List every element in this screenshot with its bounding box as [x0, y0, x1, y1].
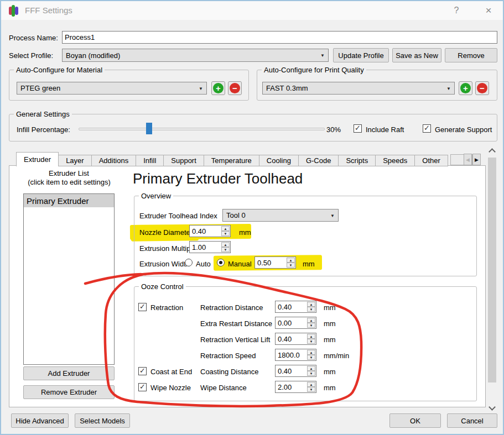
nozzle-diameter-input[interactable]: 0.40 — [189, 225, 231, 237]
update-profile-button[interactable]: Update Profile — [333, 48, 389, 62]
spin-up-icon[interactable] — [307, 382, 315, 387]
spin-down-icon[interactable] — [221, 247, 230, 252]
tab-scroll-right-button[interactable] — [472, 154, 481, 165]
spin-up-icon[interactable] — [307, 334, 315, 339]
extra-restart-distance-input[interactable]: 0.00 — [275, 317, 316, 329]
remove-extruder-button[interactable]: Remove Extruder — [23, 385, 115, 399]
plus-icon: + — [213, 83, 224, 93]
extrusion-width-label: Extrusion Width — [139, 260, 190, 268]
titlebar[interactable]: FFF Settings ? × — [1, 1, 503, 20]
tab-temperature[interactable]: Temperature — [204, 155, 259, 166]
add-quality-button[interactable]: + — [459, 81, 472, 95]
tab-support[interactable]: Support — [164, 155, 204, 166]
tab-speeds[interactable]: Speeds — [376, 155, 415, 166]
extrusion-width-auto-label: Auto — [196, 260, 211, 268]
close-button[interactable]: × — [480, 4, 497, 17]
spin-up-icon[interactable] — [307, 350, 315, 355]
spin-down-icon[interactable] — [287, 263, 295, 268]
extra-restart-distance-value: 0.00 — [278, 319, 292, 327]
dropdown-arrow-icon — [320, 53, 325, 58]
spin-down-icon[interactable] — [307, 323, 315, 328]
minus-icon: − — [477, 83, 487, 93]
tab-scroll-left-button[interactable] — [464, 154, 472, 165]
hide-advanced-button[interactable]: Hide Advanced — [11, 413, 69, 428]
infill-slider[interactable] — [79, 128, 325, 130]
tab-bar: Extruder Layer Additions Infill Support … — [16, 152, 448, 166]
coasting-distance-value: 0.40 — [278, 367, 292, 375]
coast-at-end-checkbox[interactable] — [138, 367, 147, 375]
extruder-listbox[interactable]: Primary Extruder — [23, 193, 115, 365]
coasting-distance-unit: mm — [324, 368, 336, 376]
ooze-control-title: Ooze Control — [139, 282, 186, 291]
spin-down-icon[interactable] — [307, 387, 315, 392]
tab-extruder[interactable]: Extruder — [16, 152, 59, 166]
remove-profile-button[interactable]: Remove — [445, 48, 497, 62]
coast-at-end-label: Coast at End — [150, 368, 192, 376]
spin-down-icon[interactable] — [307, 355, 315, 360]
quality-select[interactable]: FAST 0.3mm — [262, 82, 455, 95]
infill-slider-handle[interactable] — [146, 123, 152, 134]
infill-percentage-label: Infill Percentage: — [17, 125, 70, 134]
wipe-nozzle-checkbox[interactable] — [138, 383, 147, 391]
spin-up-icon[interactable] — [221, 226, 230, 231]
add-extruder-button[interactable]: Add Extruder — [23, 366, 115, 380]
retraction-speed-value: 1800.0 — [278, 351, 300, 359]
add-material-button[interactable]: + — [211, 81, 225, 95]
spin-up-icon[interactable] — [307, 302, 315, 307]
tab-other[interactable]: Other — [415, 155, 448, 166]
list-item-primary-extruder[interactable]: Primary Extruder — [24, 194, 114, 207]
fff-settings-dialog: FFF Settings ? × Process Name: Select Pr… — [0, 0, 504, 435]
tab-gcode[interactable]: G-Code — [299, 155, 339, 166]
retraction-distance-input[interactable]: 0.40 — [275, 301, 316, 313]
simplify3d-logo-icon — [9, 5, 21, 17]
retraction-vertical-lift-input[interactable]: 0.40 — [275, 333, 316, 345]
save-as-new-button[interactable]: Save as New — [392, 48, 441, 62]
spin-up-icon[interactable] — [221, 242, 230, 247]
material-select[interactable]: PTEG green — [17, 82, 207, 95]
tab-layer[interactable]: Layer — [59, 155, 92, 166]
profile-select[interactable]: Boyan (modified) — [62, 49, 329, 62]
spin-down-icon[interactable] — [307, 339, 315, 344]
tab-scripts[interactable]: Scripts — [339, 155, 376, 166]
help-button[interactable]: ? — [448, 4, 465, 17]
select-models-button[interactable]: Select Models — [75, 413, 130, 428]
retraction-distance-unit: mm — [324, 303, 336, 312]
minus-icon: − — [230, 83, 240, 93]
spin-down-icon[interactable] — [307, 307, 315, 312]
cancel-button[interactable]: Cancel — [447, 413, 497, 428]
coasting-distance-input[interactable]: 0.40 — [275, 365, 316, 377]
spin-up-icon[interactable] — [287, 258, 295, 263]
toolhead-index-select[interactable]: Tool 0 — [222, 209, 339, 222]
extrusion-width-manual-radio[interactable] — [217, 259, 225, 266]
retraction-distance-label: Retraction Distance — [200, 303, 263, 312]
extrusion-width-auto-radio[interactable] — [185, 259, 193, 266]
retraction-speed-input[interactable]: 1800.0 — [275, 349, 316, 361]
extrusion-multiplier-input[interactable]: 1.00 — [189, 241, 231, 253]
spin-up-icon[interactable] — [307, 318, 315, 323]
scroll-thumb[interactable] — [488, 158, 496, 382]
spin-down-icon[interactable] — [221, 231, 230, 236]
vertical-scrollbar[interactable] — [487, 146, 497, 412]
scroll-down-button[interactable] — [487, 403, 497, 412]
remove-material-button[interactable]: − — [228, 81, 242, 95]
extra-restart-distance-unit: mm — [324, 319, 336, 328]
tab-additions[interactable]: Additions — [92, 155, 136, 166]
spin-up-icon[interactable] — [307, 366, 315, 371]
retraction-checkbox[interactable] — [138, 303, 147, 311]
ok-button[interactable]: OK — [389, 413, 441, 428]
spin-down-icon[interactable] — [307, 371, 315, 376]
extrusion-width-unit: mm — [303, 260, 315, 268]
extrusion-width-input[interactable]: 0.50 — [254, 256, 296, 269]
tab-cooling[interactable]: Cooling — [259, 155, 299, 166]
extruder-list-title: Extruder List — [23, 169, 115, 177]
profile-select-value: Boyan (modified) — [66, 51, 120, 60]
generate-support-checkbox[interactable] — [423, 124, 431, 133]
retraction-checkbox-label: Retraction — [150, 303, 183, 312]
nozzle-diameter-value: 0.40 — [192, 227, 206, 235]
tab-infill[interactable]: Infill — [136, 155, 164, 166]
scroll-up-button[interactable] — [487, 146, 497, 155]
process-name-input[interactable] — [62, 31, 497, 44]
wipe-distance-input[interactable]: 2.00 — [275, 381, 316, 393]
include-raft-checkbox[interactable] — [354, 124, 362, 133]
remove-quality-button[interactable]: − — [475, 81, 489, 95]
